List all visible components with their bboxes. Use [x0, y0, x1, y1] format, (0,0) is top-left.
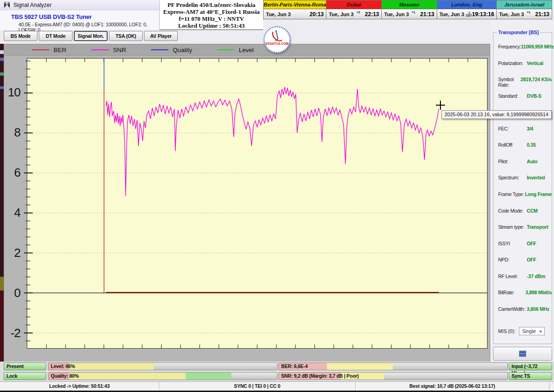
sync-ts-badge: Sync TS: [509, 372, 552, 380]
transponder-row: Symbol Rate:2819,724 KS/s: [494, 77, 552, 93]
clock-dst-offset: -1DST: [466, 12, 472, 17]
transponder-row: ISSYIOFF: [494, 241, 552, 257]
header-line-2: Express-AM7 at 40°E_Fixed-1 Russia: [160, 8, 263, 15]
transponder-row-value: -37 dBm: [527, 273, 545, 279]
clock-3: MoscowTue, Jun 3+121:13: [382, 0, 437, 19]
tuner-panel: TBS 5927 USB DVB-S2 Tuner 40.0E - Expres…: [0, 10, 159, 30]
transponder-row: Spectrum:Inverted: [494, 175, 552, 191]
status-bar: Locked -> Uptime: 50:51:43 SYNC 0 | TEI …: [0, 381, 554, 391]
legend-swatch: [217, 49, 235, 50]
logo-text: DXSATCS.COM: [265, 42, 289, 45]
title-bar[interactable]: Signal Analyzer: [0, 0, 159, 10]
transponder-row-label: Symbol Rate:: [498, 77, 521, 88]
legend-item-snr: SNR: [91, 47, 126, 53]
clock-body: Tue, Jun 3-1DST19:13:16: [437, 9, 497, 19]
transponder-row: Frequency:11069,959 MHz: [494, 44, 552, 60]
clock-utc-offset: +2: [356, 11, 360, 14]
mis-select[interactable]: Single: [519, 327, 545, 335]
transponder-row-value: Inverted: [527, 175, 545, 180]
transponder-row-label: Stream type:: [498, 224, 527, 230]
clock-5: Jerusalem-IsraelTue, Jun 3+121:13: [497, 0, 552, 19]
y-tick-label: 6: [3, 165, 20, 180]
transponder-row: BitRate:3,898 Mbit/s: [494, 290, 552, 306]
clock-time: 21:13: [420, 11, 434, 18]
legend-swatch: [32, 49, 49, 50]
transponder-row-label: RollOff:: [498, 142, 527, 148]
transponder-row-label: Code Mode:: [498, 208, 527, 214]
transponder-row: RF Level:-37 dBm: [494, 273, 552, 290]
ber-meter-label: BER: 6,6E-4: [281, 363, 307, 370]
transponder-row-label: Spectrum:: [498, 175, 527, 180]
transponder-row-value: DVB-S: [527, 93, 542, 99]
clock-city-label: London, Eng: [437, 0, 497, 9]
clock-city-label: Moscow: [382, 0, 437, 9]
transponder-row-label: Polarization:: [498, 60, 527, 66]
meter-segment: [327, 363, 393, 370]
transponder-groupbox: Transponder [BS] Frequency:11069,959 MHz…: [493, 32, 552, 344]
transponder-row-label: NPD:: [498, 257, 527, 262]
transponder-row: Polarization:Vertical: [494, 60, 552, 77]
transponder-row-label: Frequency:: [498, 44, 521, 49]
tab-tsa-ok-[interactable]: TSA (OK): [109, 31, 143, 41]
resize-grip[interactable]: [549, 382, 554, 391]
transponder-row-label: Frame Type:: [498, 191, 525, 197]
chart-legend: BERSNRQualityLevel: [4, 44, 490, 56]
y-tick-label: -2: [3, 326, 20, 340]
tab-bs-mode[interactable]: BS Mode: [4, 31, 37, 41]
clock-time: 20:13: [310, 11, 324, 18]
transponder-row-value: 11069,959 MHz: [521, 44, 554, 49]
legend-item-ber: BER: [32, 47, 66, 53]
transponder-row: Pilot:Auto: [494, 159, 552, 175]
meter-segment: [186, 373, 231, 380]
legend-item-level: Level: [217, 47, 253, 53]
header-line-1: PF Prodelin 450/Lučenec-Slovakia: [160, 1, 263, 8]
clock-city-label: Berlin-Paris-Vienna-Roma: [264, 0, 326, 9]
status-best-signal: Best signal: 10,7 dB (2025-06-02 13:17): [355, 382, 549, 391]
transponder-row-value: 3,898 Mbit/s: [525, 290, 552, 295]
meter-segment: [69, 373, 186, 380]
clock-date: Tue, Jun 3: [329, 12, 354, 17]
transponder-row-label: FEC:: [498, 126, 527, 131]
mis-row: MIS (0): Single: [494, 327, 552, 335]
legend-label: Level: [239, 47, 253, 53]
tab-dt-mode[interactable]: DT Mode: [39, 31, 72, 41]
transponder-row: Frame Type:Long Frame: [494, 191, 552, 208]
transponder-row-value: OFF: [527, 241, 536, 246]
transponder-row: RollOff:0.35: [494, 142, 552, 158]
tab-av-player[interactable]: AV Player: [144, 31, 178, 41]
transponder-row-label: Standard:: [498, 93, 527, 99]
clock-date: Tue, Jun 3: [266, 12, 291, 17]
tab-signal-mon-[interactable]: Signal Mon.: [74, 31, 108, 41]
clock-time: 22:13: [365, 11, 379, 18]
tab-bar: BS ModeDT ModeSignal Mon.TSA (OK)AV Play…: [4, 31, 178, 42]
signal-analyzer-window: Signal Analyzer TBS 5927 USB DVB-S2 Tune…: [0, 0, 554, 392]
clock-time: 19:13:16: [472, 11, 494, 18]
lock-badge: Lock: [4, 372, 46, 380]
legend-label: Quality: [173, 47, 192, 53]
status-uptime: Locked -> Uptime: 50:51:43: [0, 382, 159, 391]
y-tick-label: 2: [3, 245, 20, 260]
station-header: PF Prodelin 450/Lučenec-Slovakia Express…: [159, 0, 263, 30]
clock-body: Tue, Jun 3+222:13: [326, 9, 381, 19]
transponder-row-label: BitRate:: [498, 290, 525, 295]
y-tick-label: 8: [3, 125, 20, 140]
status-sync-counters: SYNC 0 | TEI 0 | CC 0: [159, 382, 355, 391]
header-line-4: Locked Uptime : 50:51:43: [160, 22, 263, 29]
legend-label: SNR: [113, 47, 126, 53]
transponder-row-label: Pilot:: [498, 159, 527, 164]
signal-chart-panel: BERSNRQualityLevel: [4, 44, 490, 362]
transponder-row: Standard:DVB-S: [494, 93, 552, 109]
clock-time: 21:13: [535, 11, 549, 18]
clock-1: Berlin-Paris-Vienna-RomaTue, Jun 320:13: [264, 0, 326, 19]
dxsatcs-logo: DXSATCS.COM: [264, 26, 290, 53]
transponder-row-value: Auto: [527, 159, 537, 164]
chart-plot-area[interactable]: [27, 58, 488, 349]
app-icon: [4, 2, 10, 8]
meter-segment: [69, 363, 154, 370]
transponder-row-label: ISSYI: [498, 241, 527, 246]
transponder-row: Stream type:Transport: [494, 224, 552, 240]
quality-meter: Quality: 80%: [48, 372, 277, 380]
quality-meter-label: Quality: 80%: [51, 373, 79, 380]
recording-button[interactable]: [493, 347, 552, 361]
transponder-row-value: 3,806 MHz: [527, 306, 549, 312]
